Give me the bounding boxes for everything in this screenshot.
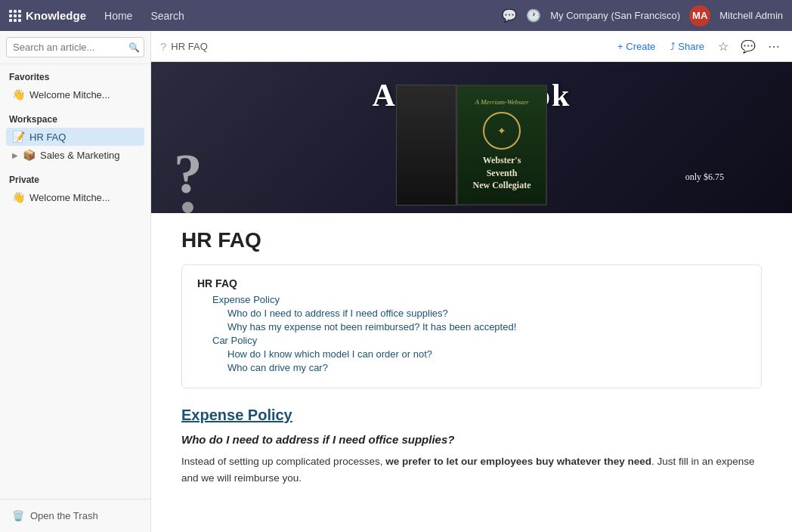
workspace-title: Workspace: [6, 114, 144, 125]
navbar-right: 💬 🕐 My Company (San Francisco) MA Mitche…: [502, 5, 783, 26]
private-section: Private 👋 Welcome Mitche...: [0, 167, 150, 209]
toc-link-drive-car[interactable]: Who can drive my car?: [227, 362, 746, 373]
favorites-title: Favorites: [6, 72, 144, 82]
article-title-section: HR FAQ: [151, 213, 792, 252]
content-area: ? HR FAQ + Create ⤴ Share ☆ 💬 ⋯ Answer: [151, 31, 792, 532]
breadcrumb-title: HR FAQ: [171, 41, 207, 52]
nav-home[interactable]: Home: [98, 10, 138, 22]
brand[interactable]: Knowledge: [9, 9, 86, 22]
sidebar-item-private-welcome[interactable]: 👋 Welcome Mitche...: [6, 188, 144, 206]
private-item-label: Welcome Mitche...: [29, 192, 110, 203]
book-spine: [396, 85, 456, 206]
article-title: HR FAQ: [181, 228, 762, 252]
arrow-icon: ▶: [12, 151, 18, 159]
brand-label: Knowledge: [26, 9, 86, 22]
sidebar-item-fav-welcome[interactable]: 👋 Welcome Mitche...: [6, 85, 144, 104]
hero-image-inner: Answer Book ? A Merriam-Webster: [151, 62, 792, 213]
company-name: My Company (San Francisco): [550, 10, 680, 21]
trash-icon: 🗑️: [12, 510, 24, 521]
trash-label: Open the Trash: [30, 510, 98, 521]
sidebar-item-hr-faq[interactable]: 📝 HR FAQ: [6, 128, 144, 146]
wave-emoji: 👋: [12, 88, 25, 101]
avatar[interactable]: MA: [689, 5, 710, 26]
toc-link-car-model[interactable]: How do I know which model I can order or…: [227, 348, 746, 360]
section1-subheading: Who do I need to address if I need offic…: [181, 433, 762, 446]
book-subtitle: A Merriam-Webster: [475, 98, 528, 106]
toc-box: HR FAQ Expense Policy Who do I need to a…: [181, 264, 762, 388]
book-container: ? A Merriam-Webster ✦ Webst: [151, 70, 792, 213]
article-header-bar: ? HR FAQ + Create ⤴ Share ☆ 💬 ⋯: [151, 31, 792, 62]
more-icon[interactable]: ⋯: [765, 38, 783, 55]
trash-item[interactable]: 🗑️ Open the Trash: [6, 506, 144, 526]
pencil-emoji: 📝: [12, 131, 25, 143]
sales-label: Sales & Marketing: [40, 150, 120, 161]
clock-icon[interactable]: 🕐: [526, 8, 541, 23]
article-content: Answer Book ? A Merriam-Webster: [151, 62, 792, 532]
toc-link-expense-policy[interactable]: Expense Policy: [212, 294, 746, 305]
favorites-section: Favorites 👋 Welcome Mitche...: [0, 64, 150, 107]
body-prefix: Instead of setting up complicated proces…: [181, 456, 385, 467]
sidebar: 🔍 Favorites 👋 Welcome Mitche... Workspac…: [0, 31, 151, 532]
toc-link-expense-not-reimbursed[interactable]: Why has my expense not been reimbursed? …: [227, 321, 746, 332]
question-mark-decoration: ?: [174, 145, 203, 213]
toc-title: HR FAQ: [197, 277, 746, 289]
chat-icon[interactable]: 💬: [502, 8, 517, 23]
box-emoji: 📦: [23, 149, 36, 161]
wave-emoji-2: 👋: [12, 191, 25, 203]
create-button[interactable]: + Create: [613, 38, 660, 55]
sidebar-bottom: 🗑️ Open the Trash: [0, 499, 150, 532]
book-ornament: ✦: [483, 112, 521, 150]
user-name: Mitchell Admin: [719, 10, 783, 21]
star-icon[interactable]: ☆: [715, 38, 732, 55]
price-text: only $6.75: [685, 172, 724, 183]
toc-link-office-supplies[interactable]: Who do I need to address if I need offic…: [227, 308, 746, 319]
sidebar-item-sales[interactable]: ▶ 📦 Sales & Marketing: [6, 146, 144, 164]
private-title: Private: [6, 175, 144, 185]
hero-image: Answer Book ? A Merriam-Webster: [151, 62, 792, 213]
article-body: Expense Policy Who do I need to address …: [151, 407, 792, 516]
breadcrumb: ? HR FAQ: [160, 40, 208, 53]
share-button[interactable]: ⤴ Share: [666, 38, 709, 55]
section1-body: Instead of setting up complicated proces…: [181, 453, 762, 486]
grid-icon: [9, 10, 21, 22]
hr-faq-label: HR FAQ: [29, 131, 66, 143]
nav-search[interactable]: Search: [144, 10, 190, 22]
toc-link-car-policy[interactable]: Car Policy: [212, 335, 746, 346]
search-input[interactable]: [6, 37, 144, 57]
main-layout: 🔍 Favorites 👋 Welcome Mitche... Workspac…: [0, 31, 792, 532]
top-navbar: Knowledge Home Search 💬 🕐 My Company (Sa…: [0, 0, 792, 31]
book-title: Webster's Seventh New Collegiate: [473, 154, 531, 192]
search-icon: 🔍: [128, 42, 140, 53]
expense-policy-heading[interactable]: Expense Policy: [181, 407, 762, 424]
book-cover: A Merriam-Webster ✦ Webster's Seventh Ne…: [456, 85, 547, 206]
article-header-actions: + Create ⤴ Share ☆ 💬 ⋯: [613, 38, 783, 55]
share-icon-text: ⤴: [670, 41, 676, 52]
body-bold: we prefer to let our employees buy whate…: [385, 456, 651, 467]
fav-item-label: Welcome Mitche...: [29, 89, 110, 101]
share-label: Share: [678, 41, 704, 52]
breadcrumb-icon: ?: [160, 40, 166, 53]
chat-icon-article[interactable]: 💬: [738, 38, 759, 55]
search-box: 🔍: [0, 31, 150, 64]
workspace-section: Workspace 📝 HR FAQ ▶ 📦 Sales & Marketing: [0, 107, 150, 167]
